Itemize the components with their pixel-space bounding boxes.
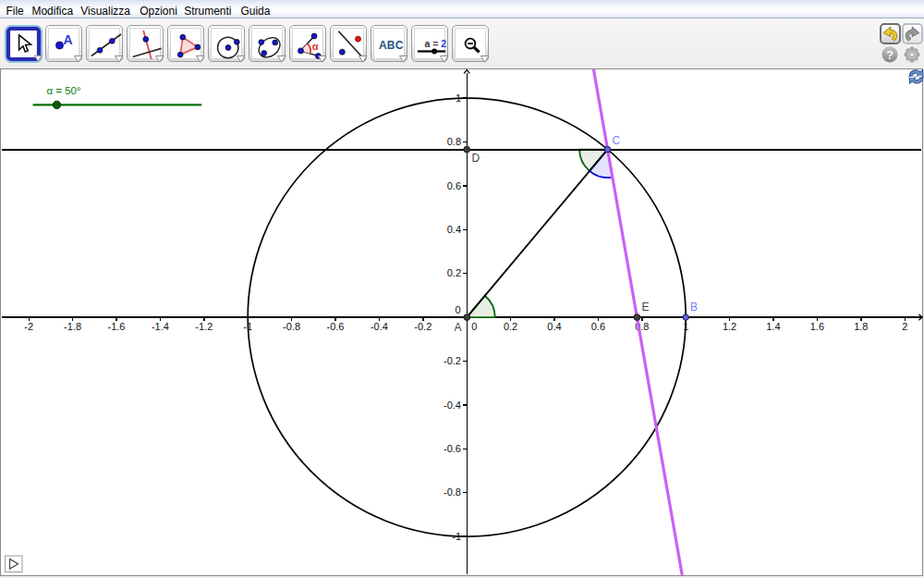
svg-text:C: C [613, 134, 621, 147]
svg-text:2: 2 [902, 321, 907, 332]
svg-text:-0.8: -0.8 [444, 486, 461, 498]
svg-text:α = 50°: α = 50° [46, 85, 80, 96]
svg-text:-2: -2 [24, 321, 33, 332]
svg-text:1.2: 1.2 [723, 321, 736, 332]
svg-text:-1.6: -1.6 [108, 321, 126, 332]
svg-text:0: 0 [456, 304, 461, 315]
svg-text:0.2: 0.2 [504, 321, 517, 332]
svg-text:0.4: 0.4 [547, 321, 561, 332]
svg-text:0.2: 0.2 [447, 267, 461, 278]
svg-text:-0.4: -0.4 [371, 321, 388, 332]
svg-text:-0.2: -0.2 [414, 321, 432, 332]
svg-text:-0.4: -0.4 [444, 400, 461, 411]
svg-text:-0.6: -0.6 [327, 321, 345, 332]
svg-text:1.4: 1.4 [766, 321, 780, 332]
svg-text:-1.4: -1.4 [152, 321, 169, 332]
svg-text:0.6: 0.6 [591, 321, 605, 332]
svg-text:-0.2: -0.2 [444, 355, 461, 366]
svg-text:0.8: 0.8 [447, 136, 461, 147]
svg-text:-0.6: -0.6 [444, 443, 461, 454]
svg-text:ABC: ABC [379, 39, 404, 52]
svg-text:0.4: 0.4 [447, 224, 461, 235]
svg-text:α: α [312, 41, 319, 52]
svg-text:?: ? [886, 48, 894, 62]
svg-text:A: A [454, 321, 461, 334]
svg-text:a = 2: a = 2 [424, 38, 446, 49]
svg-text:-1.8: -1.8 [64, 321, 81, 332]
svg-text:-1.2: -1.2 [195, 321, 213, 332]
svg-text:0.6: 0.6 [447, 180, 461, 191]
svg-text:1.6: 1.6 [810, 321, 824, 332]
svg-text:A: A [64, 32, 73, 47]
svg-text:E: E [642, 301, 650, 314]
svg-text:D: D [472, 152, 480, 165]
svg-text:0: 0 [471, 321, 477, 332]
svg-text:1.8: 1.8 [854, 321, 868, 332]
svg-text:B: B [690, 301, 698, 314]
svg-text:-0.8: -0.8 [283, 321, 300, 332]
